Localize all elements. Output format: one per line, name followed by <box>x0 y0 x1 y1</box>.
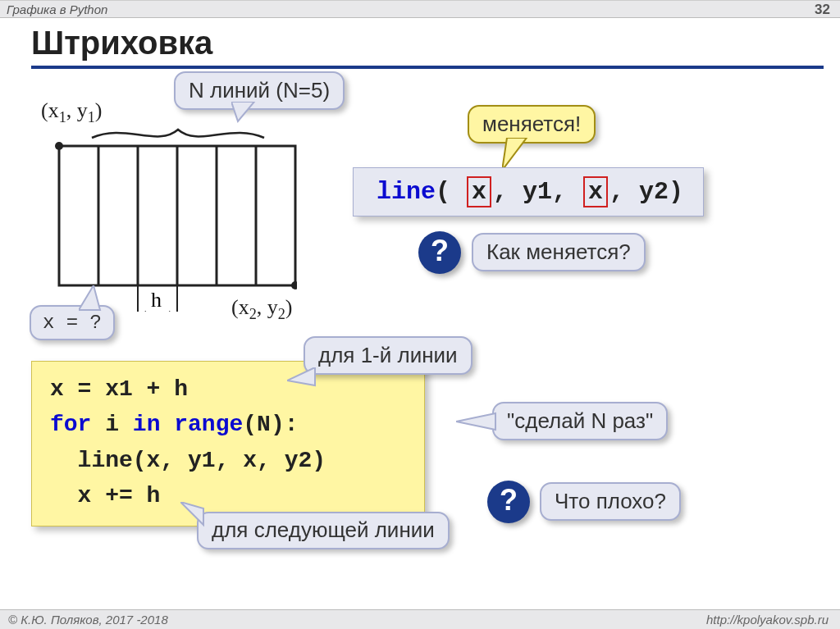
bubble-do-n-tail <box>456 412 497 431</box>
bubble-whats-bad-text: Что плохо? <box>555 489 666 513</box>
bubble-x-eq-tail <box>79 285 112 312</box>
question-disc-1: ? <box>418 231 461 274</box>
bubble-how-changes-text: Как меняется? <box>486 239 631 264</box>
svg-marker-17 <box>456 413 495 430</box>
q-mark-2: ? <box>500 483 518 517</box>
svg-marker-0 <box>231 102 254 121</box>
svg-marker-15 <box>502 138 527 171</box>
bubble-first-line: для 1-й линии <box>304 336 472 375</box>
bubble-x-eq-text: x = ? <box>43 312 102 334</box>
hl-x-2: x <box>583 176 608 207</box>
footer-copyright: © К.Ю. Поляков, 2017 -2018 <box>8 613 168 627</box>
title-underline <box>31 66 824 69</box>
hatch-diagram <box>51 123 297 312</box>
label-h: h <box>151 288 162 312</box>
bubble-first-line-text: для 1-й линии <box>318 343 458 367</box>
label-point-2: (x2, y2) <box>231 295 293 323</box>
bubble-changes-text: меняется! <box>482 112 581 136</box>
svg-marker-10 <box>138 311 146 312</box>
fn-line: line <box>377 178 436 206</box>
slide-title: Штриховка <box>31 25 212 62</box>
bubble-first-line-tail <box>287 367 317 389</box>
bubble-n-lines-text: N линий (N=5) <box>189 78 330 103</box>
bubble-do-n-text: "сделай N раз" <box>507 408 653 433</box>
svg-point-2 <box>55 142 63 150</box>
svg-point-3 <box>291 281 297 289</box>
svg-marker-16 <box>287 367 315 385</box>
footer-url: http://kpolyakov.spb.ru <box>706 613 829 627</box>
svg-marker-11 <box>169 311 177 312</box>
bubble-do-n: "сделай N раз" <box>492 402 668 440</box>
svg-marker-18 <box>180 502 203 525</box>
page-number: 32 <box>815 2 830 18</box>
header-title: Графика в Python <box>7 2 107 16</box>
bubble-next-line-tail <box>180 502 205 528</box>
hl-x-1: x <box>467 176 491 207</box>
code-strip-line: line( x, y1, x, y2) <box>353 167 704 217</box>
question-disc-2: ? <box>487 481 530 523</box>
code-block: x = x1 + h for i in range(N): line(x, y1… <box>31 361 425 526</box>
bubble-how-changes: Как меняется? <box>472 233 646 271</box>
bubble-whats-bad: Что плохо? <box>540 482 681 521</box>
q-mark-1: ? <box>431 234 449 267</box>
bubble-next-line: для следующей линии <box>197 512 450 549</box>
svg-marker-14 <box>79 285 100 310</box>
header-bar: Графика в Python 32 <box>0 0 840 18</box>
bubble-next-line-text: для следующей линии <box>212 517 435 542</box>
footer-bar: © К.Ю. Поляков, 2017 -2018 http://kpolya… <box>0 609 840 629</box>
